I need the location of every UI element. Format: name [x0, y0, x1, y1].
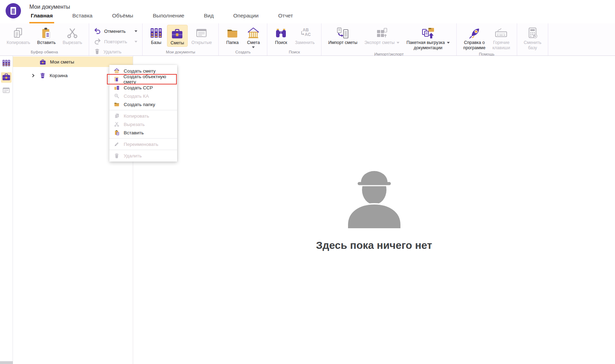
tab-vid[interactable]: Вид — [202, 13, 215, 23]
search-button[interactable]: Поиск — [271, 25, 291, 46]
undo-icon — [94, 27, 101, 35]
dropdown-caret-icon[interactable] — [135, 30, 137, 32]
buildings-icon — [114, 85, 120, 90]
menu-item-create-ssr[interactable]: Создать ССР — [109, 83, 177, 92]
menu-separator — [109, 110, 177, 110]
tab-vypolnenie[interactable]: Выполнение — [151, 13, 186, 23]
export-icon — [376, 26, 388, 40]
keyboard-icon — [495, 26, 507, 40]
titlebar: Мои документы Главная Вставка Объёмы Вып… — [0, 0, 615, 23]
menu-item-create-folder[interactable]: Создать папку — [109, 100, 177, 109]
group-label-search: Поиск — [271, 49, 318, 55]
menu-item-cut[interactable]: Вырезать — [109, 120, 177, 128]
ribbon-tabs: Главная Вставка Объёмы Выполнение Вид Оп… — [29, 13, 294, 23]
context-menu: Создать смету Создать объектную смету Со… — [109, 65, 177, 162]
svg-text:AC: AC — [305, 32, 311, 37]
worker-silhouette-icon — [343, 162, 406, 229]
trash-icon — [39, 72, 46, 79]
replace-button[interactable]: AB AC Заменить — [292, 25, 318, 46]
menu-item-create-ka[interactable]: Создать КА — [109, 92, 177, 100]
import-estimate-button[interactable]: Импорт сметы — [325, 25, 360, 46]
redo-icon — [94, 38, 101, 46]
folder-icon — [226, 26, 239, 40]
dropdown-caret-icon[interactable] — [135, 41, 137, 43]
house-icon — [114, 68, 120, 74]
create-estimate-button[interactable]: Смета — [243, 25, 263, 49]
hotkeys-button[interactable]: Горячие клавиши — [489, 25, 513, 51]
rail-databases-button[interactable] — [1, 59, 12, 69]
ribbon: Копировать Вставить — [0, 23, 615, 56]
binders-icon — [2, 59, 10, 69]
magnifier-icon — [114, 93, 120, 99]
estimate-house-icon — [247, 26, 260, 40]
open-documents-button[interactable]: Открытые — [188, 25, 215, 46]
open-docs-icon — [195, 26, 208, 40]
binders-icon — [150, 26, 162, 40]
copy-button[interactable]: Копировать — [3, 25, 33, 46]
ribbon-group-change-db: Сменить базу — [517, 23, 549, 55]
folder-icon — [114, 102, 120, 107]
empty-state-text: Здесь пока ничего нет — [316, 239, 432, 251]
briefcase-icon — [171, 27, 183, 40]
app-logo-icon — [6, 3, 21, 18]
import-icon — [337, 26, 349, 40]
paste-icon — [40, 26, 53, 40]
databases-button[interactable]: Базы — [146, 25, 166, 46]
copy-icon — [114, 113, 120, 119]
binoculars-icon — [275, 26, 287, 40]
paste-icon — [114, 130, 120, 135]
batch-export-icon — [421, 26, 435, 40]
ribbon-group-create: Папка Смета Создать — [219, 23, 267, 55]
tab-glavnaya[interactable]: Главная — [29, 13, 54, 23]
tab-operatsii[interactable]: Операции — [232, 13, 260, 23]
tab-vstavka[interactable]: Вставка — [71, 13, 94, 23]
batch-export-button[interactable]: Пакетная выгрузка документации — [403, 25, 453, 51]
menu-item-delete[interactable]: Удалить — [109, 151, 177, 160]
trash-icon — [114, 153, 120, 158]
group-label-empty — [521, 51, 545, 56]
help-about-button[interactable]: Справка о программе — [460, 25, 489, 51]
group-label-my-documents: Мои документы — [146, 49, 215, 55]
dropdown-caret-icon[interactable] — [397, 42, 399, 44]
trash-icon — [94, 48, 100, 55]
tab-otchet[interactable]: Отчет — [277, 13, 294, 23]
delete-button[interactable]: Удалить — [93, 47, 139, 56]
ribbon-group-editing: Отменить Повторить — [89, 23, 143, 55]
svg-text:AB: AB — [303, 28, 309, 32]
ribbon-group-clipboard: Копировать Вставить — [0, 23, 89, 55]
menu-item-create-object-estimate[interactable]: Создать объектную смету — [109, 75, 177, 83]
undo-button[interactable]: Отменить — [93, 27, 139, 36]
menu-separator — [109, 150, 177, 150]
main-content-area: Здесь пока ничего нет — [133, 56, 615, 364]
create-folder-button[interactable]: Папка — [222, 25, 243, 46]
scissors-icon — [114, 121, 120, 127]
dropdown-caret-icon[interactable] — [252, 46, 255, 48]
dropdown-caret-icon[interactable] — [447, 42, 450, 44]
menu-separator — [109, 138, 177, 139]
window-title: Мои документы — [29, 4, 70, 10]
ribbon-group-search: Поиск AB AC Заменить Поиск — [267, 23, 321, 55]
rail-scrollbar[interactable] — [0, 361, 13, 364]
briefcase-icon — [39, 59, 46, 65]
export-estimate-button[interactable]: Экспорт сметы — [361, 25, 403, 46]
paste-button[interactable]: Вставить — [34, 25, 59, 46]
estimates-button[interactable]: Сметы — [167, 25, 188, 47]
redo-button[interactable]: Повторить — [93, 37, 139, 46]
menu-item-paste[interactable]: Вставить — [109, 128, 177, 137]
tab-obyomy[interactable]: Объёмы — [111, 13, 135, 23]
left-rail — [0, 56, 13, 364]
cut-button[interactable]: Вырезать — [59, 25, 85, 46]
pencil-icon — [114, 141, 120, 147]
ribbon-group-import-export: Импорт сметы Экспорт сметы — [321, 23, 456, 55]
group-label-clipboard: Буфер обмена — [3, 49, 85, 55]
rail-estimates-button[interactable] — [1, 72, 12, 83]
briefcase-icon — [2, 72, 11, 83]
rail-open-docs-button[interactable] — [1, 86, 12, 96]
change-database-button[interactable]: Сменить базу — [521, 25, 545, 51]
menu-item-copy[interactable]: Копировать — [109, 112, 177, 120]
building-crane-icon — [114, 76, 119, 82]
chevron-right-icon[interactable] — [31, 74, 34, 77]
menu-item-rename[interactable]: Переименовать — [109, 140, 177, 148]
ribbon-group-my-documents: Базы Сметы — [143, 23, 219, 55]
ribbon-group-help: Справка о программе Горячие клавиши Помо… — [457, 23, 517, 55]
